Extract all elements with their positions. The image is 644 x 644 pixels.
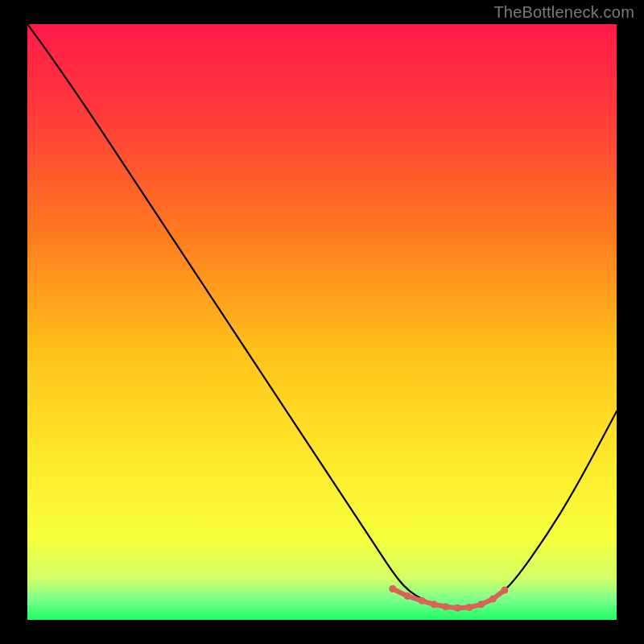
optimum-dot bbox=[389, 585, 396, 592]
optimum-dot bbox=[489, 596, 497, 603]
watermark-text: TheBottleneck.com bbox=[493, 3, 634, 22]
plot-svg bbox=[27, 24, 617, 620]
optimum-dot bbox=[442, 603, 449, 610]
chart-frame: TheBottleneck.com bbox=[0, 0, 644, 644]
optimum-dot bbox=[454, 605, 461, 612]
optimum-dot bbox=[466, 604, 473, 611]
optimum-dot bbox=[501, 587, 508, 594]
optimum-dot bbox=[477, 601, 485, 608]
optimum-dot bbox=[404, 592, 411, 600]
gradient-background bbox=[27, 24, 617, 620]
optimum-dot bbox=[419, 597, 426, 605]
plot-area bbox=[27, 24, 617, 620]
optimum-dot bbox=[431, 601, 438, 608]
